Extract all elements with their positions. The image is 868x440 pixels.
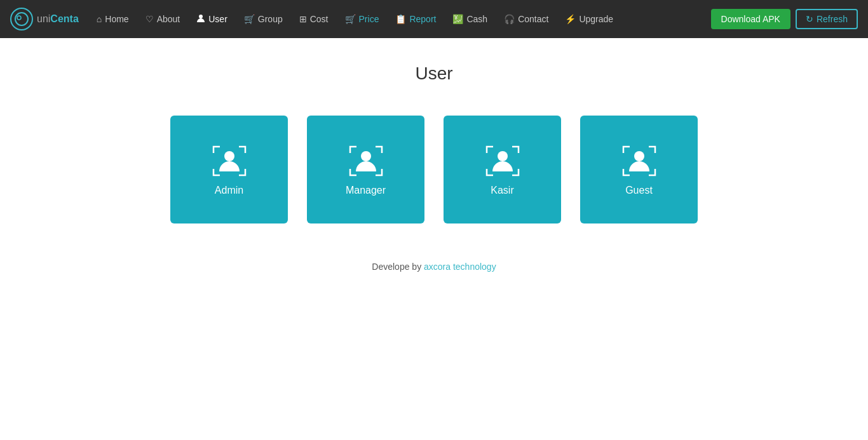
admin-label: Admin	[215, 185, 243, 196]
footer-credit: Develope by axcora technology	[372, 262, 496, 272]
group-icon: 🛒	[244, 14, 255, 24]
footer-link[interactable]: axcora technology	[424, 262, 496, 272]
nav-contact[interactable]: 🎧 Contact	[496, 9, 556, 29]
refresh-icon: ↻	[806, 14, 813, 24]
user-card-kasir[interactable]: Kasir	[444, 116, 561, 223]
user-card-guest[interactable]: Guest	[580, 116, 698, 223]
admin-user-icon	[210, 143, 248, 178]
guest-label: Guest	[625, 185, 653, 196]
svg-point-1	[17, 16, 21, 20]
home-icon: ⌂	[97, 14, 102, 24]
manager-label: Manager	[346, 185, 386, 196]
guest-user-icon	[620, 143, 658, 178]
brand-logo-link[interactable]: uniCenta	[10, 8, 79, 30]
brand-name: uniCenta	[37, 13, 79, 25]
svg-point-6	[634, 151, 644, 161]
brand-logo	[10, 8, 33, 30]
refresh-button[interactable]: ↻ Refresh	[796, 9, 858, 29]
user-nav-icon	[196, 14, 205, 25]
nav-items: ⌂ Home ♡ About User 🛒 Group ⊞ Cost 🛒 Pri…	[89, 9, 711, 30]
report-icon: 📋	[395, 14, 406, 24]
nav-report[interactable]: 📋 Report	[388, 9, 444, 29]
main-content: User Admin	[0, 38, 868, 297]
svg-point-3	[224, 151, 234, 161]
navbar-actions: Download APK ↻ Refresh	[711, 9, 858, 29]
manager-user-icon	[347, 143, 385, 178]
nav-user[interactable]: User	[189, 9, 235, 30]
svg-point-5	[498, 151, 508, 161]
nav-cash[interactable]: 💹 Cash	[445, 9, 495, 29]
cash-icon: 💹	[452, 14, 463, 24]
user-card-manager[interactable]: Manager	[307, 116, 424, 223]
heart-icon: ♡	[146, 14, 154, 24]
nav-upgrade[interactable]: ⚡ Upgrade	[557, 9, 621, 29]
price-icon: 🛒	[345, 14, 356, 24]
svg-point-2	[199, 15, 203, 18]
svg-point-4	[361, 151, 371, 161]
cost-icon: ⊞	[299, 14, 307, 24]
navbar: uniCenta ⌂ Home ♡ About User 🛒 Group ⊞ C…	[0, 0, 868, 38]
download-apk-button[interactable]: Download APK	[711, 9, 790, 29]
nav-about[interactable]: ♡ About	[138, 9, 188, 29]
nav-price[interactable]: 🛒 Price	[337, 9, 387, 29]
user-cards-container: Admin Manager	[170, 116, 698, 223]
upgrade-icon: ⚡	[565, 14, 576, 24]
kasir-label: Kasir	[491, 185, 513, 196]
kasir-user-icon	[484, 143, 522, 178]
nav-group[interactable]: 🛒 Group	[236, 9, 290, 29]
contact-icon: 🎧	[504, 14, 515, 24]
nav-home[interactable]: ⌂ Home	[89, 9, 137, 29]
user-card-admin[interactable]: Admin	[170, 116, 288, 223]
nav-cost[interactable]: ⊞ Cost	[292, 9, 336, 29]
page-title: User	[415, 63, 452, 84]
